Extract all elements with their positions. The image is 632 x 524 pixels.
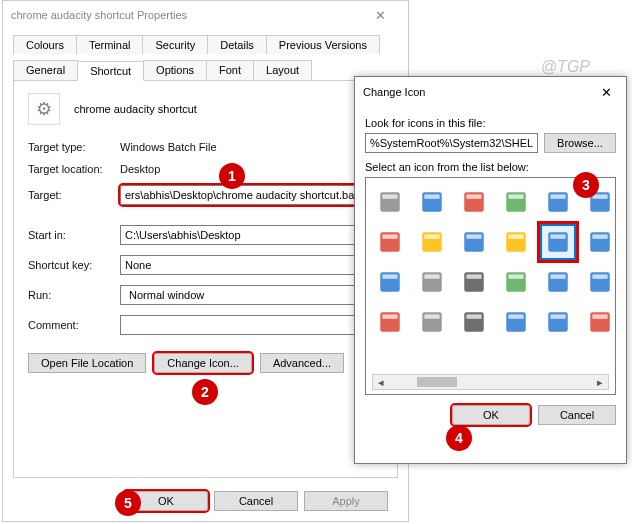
svg-rect-19 bbox=[508, 234, 523, 238]
horizontal-scrollbar[interactable]: ◂ ▸ bbox=[372, 374, 609, 390]
tab-details[interactable]: Details bbox=[207, 35, 267, 54]
svg-rect-25 bbox=[382, 274, 397, 278]
icon-cancel-button[interactable]: Cancel bbox=[538, 405, 616, 425]
apps-icon[interactable] bbox=[456, 184, 492, 220]
open-file-location-button[interactable]: Open File Location bbox=[28, 353, 146, 373]
printer-icon[interactable] bbox=[456, 264, 492, 300]
annotation-2: 2 bbox=[192, 379, 218, 405]
font-a-icon[interactable] bbox=[372, 224, 408, 260]
svg-rect-29 bbox=[466, 274, 481, 278]
target-location-row: Target location: Desktop bbox=[28, 163, 383, 175]
tab-content: ⚙ chrome audacity shortcut Target type: … bbox=[13, 80, 398, 478]
run-label: Run: bbox=[28, 289, 120, 301]
warning-icon[interactable] bbox=[414, 224, 450, 260]
startin-label: Start in: bbox=[28, 229, 120, 241]
apply-button[interactable]: Apply bbox=[304, 491, 388, 511]
shortcut-key-row: Shortcut key: bbox=[28, 255, 383, 275]
watermark: @TGP bbox=[541, 58, 590, 76]
close-icon[interactable]: ✕ bbox=[594, 85, 618, 100]
annotation-1: 1 bbox=[219, 163, 245, 189]
select-label: Select an icon from the list below: bbox=[365, 161, 616, 173]
tab-font[interactable]: Font bbox=[206, 60, 254, 80]
target-input[interactable] bbox=[120, 185, 383, 205]
monitor-icon[interactable] bbox=[540, 184, 576, 220]
window-icon[interactable] bbox=[414, 184, 450, 220]
shortcut-key-input[interactable] bbox=[120, 255, 383, 275]
globe-icon[interactable] bbox=[540, 304, 576, 340]
shortcut-name: chrome audacity shortcut bbox=[74, 103, 197, 115]
shortcut-buttons: Open File Location Change Icon... Advanc… bbox=[28, 353, 383, 373]
svg-rect-17 bbox=[466, 234, 481, 238]
scroll-thumb[interactable] bbox=[417, 377, 457, 387]
svg-rect-7 bbox=[508, 194, 523, 198]
svg-rect-21 bbox=[550, 234, 565, 238]
run-row: Run: Normal window bbox=[28, 285, 383, 305]
tab-shortcut[interactable]: Shortcut bbox=[77, 61, 144, 81]
tab-general[interactable]: General bbox=[13, 60, 78, 80]
svg-rect-37 bbox=[382, 314, 397, 318]
scanner-icon[interactable] bbox=[414, 304, 450, 340]
svg-rect-33 bbox=[550, 274, 565, 278]
icon-ok-button[interactable]: OK bbox=[452, 405, 530, 425]
target-type-label: Target type: bbox=[28, 141, 120, 153]
run-select[interactable]: Normal window bbox=[120, 285, 383, 305]
mail-icon[interactable] bbox=[498, 224, 534, 260]
change-icon-body: Look for icons in this file: Browse... S… bbox=[355, 107, 626, 435]
target-label: Target: bbox=[28, 189, 120, 201]
save-icon[interactable] bbox=[498, 304, 534, 340]
target-type-row: Target type: Windows Batch File bbox=[28, 141, 383, 153]
svg-rect-39 bbox=[424, 314, 439, 318]
cancel-button[interactable]: Cancel bbox=[214, 491, 298, 511]
gear-document-icon[interactable] bbox=[372, 184, 408, 220]
font-tt-icon[interactable] bbox=[372, 264, 408, 300]
windows-icon[interactable] bbox=[540, 264, 576, 300]
advanced-button[interactable]: Advanced... bbox=[260, 353, 344, 373]
close-icon[interactable]: ✕ bbox=[360, 8, 400, 23]
annotation-4: 4 bbox=[446, 425, 472, 451]
svg-rect-3 bbox=[424, 194, 439, 198]
properties-dialog-buttons: OK Cancel Apply bbox=[124, 491, 388, 511]
startin-input[interactable] bbox=[120, 225, 383, 245]
scroll-left-icon[interactable]: ◂ bbox=[373, 376, 389, 389]
swatch-icon[interactable] bbox=[582, 304, 618, 340]
svg-rect-31 bbox=[508, 274, 523, 278]
lookfor-input[interactable] bbox=[365, 133, 538, 153]
svg-rect-23 bbox=[592, 234, 607, 238]
svg-rect-11 bbox=[592, 194, 607, 198]
startin-row: Start in: bbox=[28, 225, 383, 245]
disc-icon[interactable] bbox=[414, 264, 450, 300]
monitor2-icon[interactable] bbox=[582, 264, 618, 300]
print2-icon[interactable] bbox=[456, 304, 492, 340]
tree-icon[interactable] bbox=[498, 184, 534, 220]
comment-row: Comment: bbox=[28, 315, 383, 335]
tabs-row-1: Colours Terminal Security Details Previo… bbox=[13, 35, 398, 54]
svg-rect-13 bbox=[382, 234, 397, 238]
properties-window: chrome audacity shortcut Properties ✕ Co… bbox=[2, 0, 409, 522]
svg-rect-45 bbox=[550, 314, 565, 318]
change-icon-titlebar: Change Icon ✕ bbox=[355, 77, 626, 107]
browse-button[interactable]: Browse... bbox=[544, 133, 616, 153]
tab-terminal[interactable]: Terminal bbox=[76, 35, 144, 54]
comment-input[interactable] bbox=[120, 315, 383, 335]
scroll-right-icon[interactable]: ▸ bbox=[592, 376, 608, 389]
svg-rect-27 bbox=[424, 274, 439, 278]
target-location-label: Target location: bbox=[28, 163, 120, 175]
tab-options[interactable]: Options bbox=[143, 60, 207, 80]
annotation-3: 3 bbox=[573, 172, 599, 198]
change-icon-window: Change Icon ✕ Look for icons in this fil… bbox=[354, 76, 627, 464]
target-type-value: Windows Batch File bbox=[120, 141, 217, 153]
monitor-selected-icon[interactable] bbox=[540, 224, 576, 260]
tab-layout[interactable]: Layout bbox=[253, 60, 312, 80]
tab-previous-versions[interactable]: Previous Versions bbox=[266, 35, 380, 54]
checkmark-icon[interactable] bbox=[498, 264, 534, 300]
target-location-value: Desktop bbox=[120, 163, 160, 175]
tabs-row-2: General Shortcut Options Font Layout bbox=[13, 60, 398, 80]
tab-security[interactable]: Security bbox=[142, 35, 208, 54]
change-icon-button[interactable]: Change Icon... bbox=[154, 353, 252, 373]
tab-colours[interactable]: Colours bbox=[13, 35, 77, 54]
printer-check-icon[interactable] bbox=[456, 224, 492, 260]
comment-label: Comment: bbox=[28, 319, 120, 331]
font-a2-icon[interactable] bbox=[372, 304, 408, 340]
svg-rect-43 bbox=[508, 314, 523, 318]
picture-icon[interactable] bbox=[582, 224, 618, 260]
